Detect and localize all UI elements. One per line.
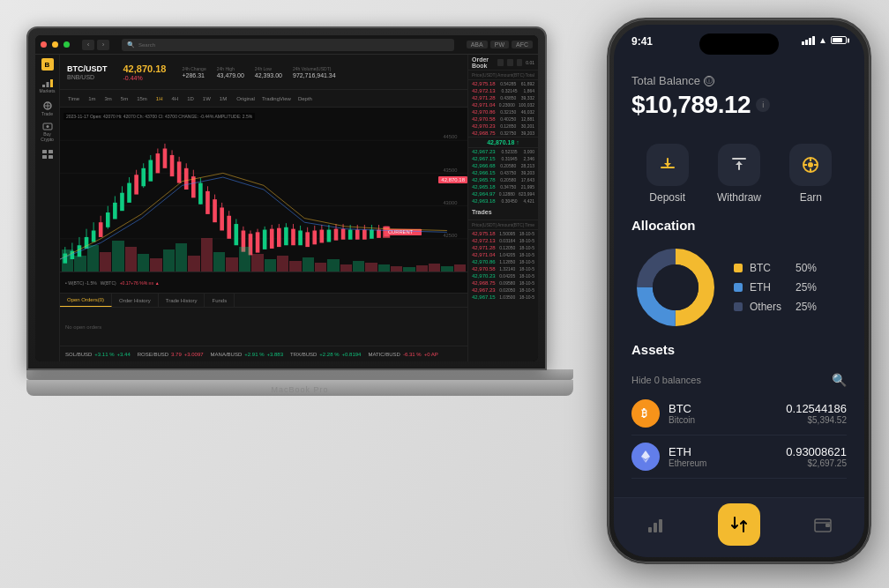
iphone: 9:41 ▲ [607, 18, 871, 564]
svg-rect-10 [42, 155, 47, 159]
nav-trade[interactable] [713, 503, 766, 546]
chart-current-price: 42,870.18 [438, 176, 467, 183]
topbar-tabs: ABA PW AFC [467, 41, 533, 48]
order-history-tab[interactable]: Order History [112, 294, 159, 307]
ob-col-total: Total [525, 72, 534, 78]
sidebar-buycrypto[interactable]: Buy Crypto [39, 123, 56, 139]
phone-content: Total Balance ⓘ $10,789.12 i [614, 63, 864, 557]
nav-markets[interactable] [629, 515, 682, 534]
topbar-tab-1[interactable]: ABA [467, 41, 488, 48]
tf-4h[interactable]: 4H [169, 95, 182, 102]
vol-bar [303, 257, 314, 272]
order-body: No open orders [60, 308, 467, 346]
assets-search-icon[interactable]: 🔍 [832, 373, 847, 387]
bottom-nav [614, 497, 864, 557]
macbook-hinge [26, 369, 573, 380]
tf-1mo[interactable]: 1M [217, 95, 229, 102]
sidebar-trade[interactable]: Trade [39, 100, 56, 116]
macbook: ‹ › 🔍 Search ABA PW AFC [26, 26, 573, 538]
ob-bid-row: 42,965.78 0.20580 17,643 [468, 176, 538, 183]
btc-asset-icon: ₿ [631, 399, 660, 428]
trading-main: BTC/USDT BNB/USD 42,870.18 -0.44% [60, 55, 467, 361]
tf-15m[interactable]: 15m [134, 95, 150, 102]
ob-view-btn-2[interactable] [507, 59, 513, 66]
iphone-screen: 9:41 ▲ [614, 25, 864, 557]
open-orders-tab[interactable]: Open Orders(0) [60, 294, 112, 307]
ob-ask-row: 42,971.04 0.23000 100,032 [468, 101, 538, 108]
sidebar-markets[interactable]: Markets [39, 78, 56, 93]
tf-time[interactable]: Time [65, 95, 82, 102]
markets-icon [41, 78, 54, 87]
vol-bar [201, 238, 213, 272]
search-text: Search [138, 42, 155, 48]
vol-bar [112, 241, 123, 272]
hide-balances-toggle[interactable]: Hide 0 balances [631, 375, 701, 385]
svg-rect-61 [205, 191, 210, 214]
vol-bar [353, 261, 364, 272]
earn-action[interactable]: Earn [780, 144, 841, 204]
funds-tab[interactable]: Funds [205, 294, 235, 307]
svg-point-121 [808, 162, 813, 167]
tf-1h[interactable]: 1H [153, 95, 166, 102]
vol-bar [125, 247, 137, 272]
chart-area: 2023-11-17 Open: 42070 Hi: 42070 Ch: 437… [60, 108, 467, 272]
balance-info-icon[interactable]: ⓘ [704, 76, 714, 86]
tf-1w[interactable]: 1W [200, 95, 213, 102]
earn-icon [800, 154, 821, 175]
tf-1m[interactable]: 1m [86, 95, 98, 102]
tf-5m[interactable]: 5m [118, 95, 131, 102]
balance-detail-btn[interactable]: i [756, 98, 770, 112]
ob-asks: 42,975.18 0.54285 61,892 42,972.13 0.321… [468, 80, 538, 137]
asset-row-eth[interactable]: ETH Ethereum 0.93008621 $2,697.25 [631, 435, 847, 479]
total-balance-label: Total Balance ⓘ [631, 74, 847, 87]
assets-section: Assets Hide 0 balances 🔍 ₿ [614, 342, 864, 479]
close-traffic-light[interactable] [41, 41, 47, 48]
tf-1d[interactable]: 1D [184, 95, 197, 102]
trading-ui: ‹ › 🔍 Search ABA PW AFC [35, 35, 538, 361]
topbar-tab-3[interactable]: AFC [512, 41, 533, 48]
others-pct: 25% [796, 301, 817, 313]
asset-row-btc[interactable]: ₿ BTC Bitcoin 0.12544186 $5,394. [631, 392, 847, 435]
minimize-traffic-light[interactable] [52, 41, 58, 48]
back-button[interactable]: ‹ [82, 40, 94, 50]
assets-header: Assets [631, 342, 847, 368]
svg-point-129 [653, 264, 698, 310]
ob-ask-row: 42,970.86 0.32150 46,032 [468, 108, 538, 115]
sidebar-grid[interactable] [39, 146, 56, 162]
vol-bar [277, 256, 288, 272]
svg-rect-134 [648, 527, 652, 532]
trade-history-tab[interactable]: Trade History [159, 294, 205, 307]
svg-rect-135 [654, 523, 657, 532]
asset-right-eth: 0.93008621 $2,697.25 [786, 445, 847, 468]
ob-view-btn-1[interactable] [497, 59, 504, 66]
ob-spread: 42,870.18 ↑ [468, 137, 538, 148]
vol-bar [441, 266, 452, 272]
ob-column-header: Price(USDT) Amount(BTC) Total [468, 71, 538, 80]
ob-decimals[interactable]: 0.01 [526, 60, 534, 65]
topbar-search[interactable]: 🔍 Search [122, 39, 454, 51]
topbar-nav: ‹ › [82, 40, 109, 50]
donut-chart [631, 243, 720, 331]
deposit-action[interactable]: Deposit [637, 144, 698, 204]
ob-spread-price: 42,870.18 ↑ [487, 139, 519, 145]
btc-amount: 0.12544186 [786, 402, 847, 415]
forward-button[interactable]: › [97, 40, 109, 50]
ob-bid-row: 42,964.97 0.12880 623,994 [468, 190, 538, 197]
ticker-sol: SOL/BUSD +3.11 % +3.44 [65, 352, 131, 357]
tf-3m[interactable]: 3m [101, 95, 114, 102]
svg-rect-117 [732, 158, 746, 160]
assets-title: Assets [631, 342, 675, 357]
vol-bar [340, 264, 352, 272]
svg-marker-116 [664, 163, 671, 167]
maximize-traffic-light[interactable] [64, 41, 70, 48]
btc-pct: 50% [796, 262, 817, 274]
pair-24h-high: 24h High 43,479.00 [217, 66, 244, 78]
action-buttons: Deposit Withdraw [614, 130, 864, 218]
wifi-icon: ▲ [818, 35, 827, 45]
svg-rect-0 [42, 85, 45, 87]
topbar-tab-2[interactable]: PW [490, 41, 509, 48]
withdraw-action[interactable]: Withdraw [708, 144, 770, 204]
ob-view-btn-3[interactable] [517, 59, 523, 66]
svg-rect-41 [134, 175, 138, 194]
nav-wallet[interactable] [796, 515, 849, 534]
